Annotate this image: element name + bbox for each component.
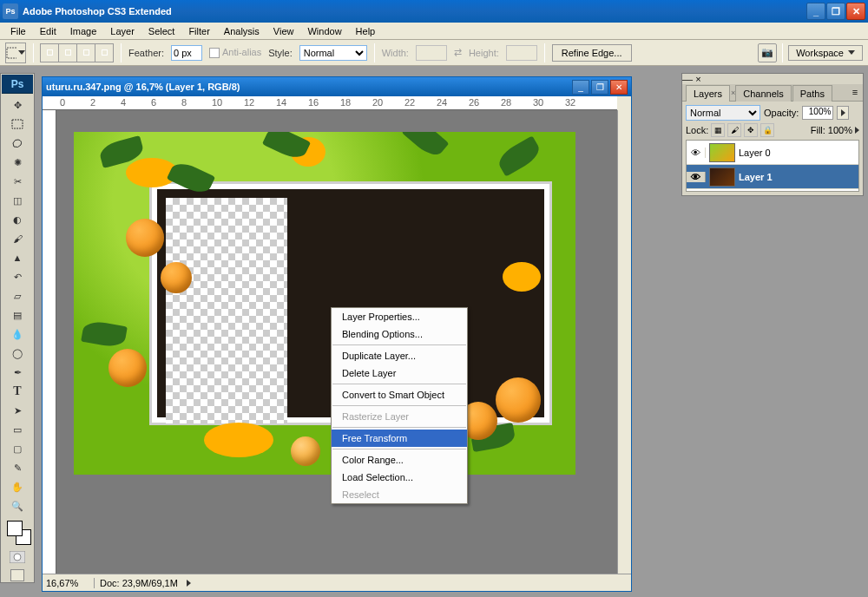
chevron-right-icon[interactable] [187, 580, 191, 587]
toolbox-header[interactable]: Ps [2, 75, 33, 94]
doc-maximize-button[interactable]: ❐ [591, 80, 608, 95]
quick-selection-tool[interactable]: ✺ [2, 153, 33, 172]
tab-channels[interactable]: Channels [735, 85, 791, 102]
visibility-toggle[interactable]: 👁 [687, 148, 706, 158]
lock-position-button[interactable]: ✥ [744, 123, 758, 137]
maximize-button[interactable]: ❐ [826, 3, 845, 20]
ctx-layer-properties[interactable]: Layer Properties... [332, 308, 467, 325]
slice-tool[interactable]: ◫ [2, 191, 33, 210]
antialias-option: Anti-alias [209, 47, 261, 58]
clone-stamp-tool[interactable]: ▲ [2, 248, 33, 267]
tab-layers[interactable]: Layers [686, 85, 730, 102]
ctx-color-range[interactable]: Color Range... [332, 451, 467, 469]
panel-menu-button[interactable]: ≡ [849, 86, 861, 98]
color-swatches[interactable] [2, 519, 33, 547]
panel-collapse-button[interactable]: –– [682, 74, 693, 84]
menu-analysis[interactable]: Analysis [217, 24, 266, 38]
selection-new-button[interactable] [40, 43, 59, 62]
hand-tool[interactable]: ✋ [2, 477, 33, 496]
menu-help[interactable]: Help [349, 24, 383, 38]
layer-name[interactable]: Layer 1 [739, 172, 858, 182]
opacity-flyout-button[interactable] [837, 106, 849, 120]
selection-subtract-button[interactable] [76, 43, 95, 62]
fill-flyout-button[interactable] [855, 125, 859, 135]
selection-intersect-button[interactable] [95, 43, 114, 62]
active-tool-icon[interactable] [5, 43, 26, 63]
blend-opacity-row: Normal Opacity: 100% [686, 105, 859, 121]
ctx-free-transform[interactable]: Free Transform [332, 430, 467, 447]
lock-image-button[interactable]: 🖌 [727, 123, 741, 137]
pen-tool[interactable]: ✒ [2, 363, 33, 382]
separator [782, 43, 783, 62]
layer-name[interactable]: Layer 0 [739, 148, 858, 158]
horizontal-ruler[interactable]: 0 2 4 6 8 10 12 14 16 18 20 22 24 26 28 … [43, 96, 617, 110]
canvas-image[interactable] [74, 132, 575, 475]
menu-window[interactable]: Window [300, 24, 348, 38]
eyedropper-tool[interactable]: ✎ [2, 458, 33, 477]
bridge-icon[interactable]: 📷 [758, 43, 777, 62]
antialias-checkbox [209, 48, 220, 58]
eraser-tool[interactable]: ▱ [2, 286, 33, 305]
dodge-tool[interactable]: ◯ [2, 344, 33, 363]
zoom-tool[interactable]: 🔍 [2, 496, 33, 515]
shape-tool[interactable]: ▭ [2, 420, 33, 439]
close-button[interactable]: ✕ [846, 3, 865, 20]
minimize-button[interactable]: _ [806, 3, 825, 20]
panel-close-button[interactable]: × [695, 74, 700, 84]
layer-thumbnail[interactable] [709, 143, 735, 162]
options-bar: Feather: Anti-alias Style: Normal Width:… [0, 40, 868, 66]
type-tool[interactable]: T [2, 382, 33, 401]
ctx-duplicate-layer[interactable]: Duplicate Layer... [332, 347, 467, 364]
path-selection-tool[interactable]: ➤ [2, 401, 33, 420]
docsize-text[interactable]: Doc: 23,9M/69,1M [95, 578, 183, 588]
ctx-blending-options[interactable]: Blending Options... [332, 325, 467, 343]
menu-layer[interactable]: Layer [103, 24, 141, 38]
feather-input[interactable] [171, 45, 202, 61]
blend-mode-select[interactable]: Normal [686, 105, 760, 121]
quick-mask-button[interactable] [2, 547, 33, 567]
ctx-load-selection[interactable]: Load Selection... [332, 469, 467, 486]
menu-file[interactable]: File [3, 24, 33, 38]
separator [544, 43, 545, 62]
visibility-toggle[interactable]: 👁 [687, 172, 706, 182]
lock-transparent-button[interactable]: ▦ [711, 123, 725, 137]
move-tool[interactable]: ✥ [2, 95, 33, 115]
marquee-tool[interactable] [2, 115, 33, 134]
menu-image[interactable]: Image [63, 24, 104, 38]
tab-paths[interactable]: Paths [792, 85, 832, 102]
menubar: File Edit Image Layer Select Filter Anal… [0, 23, 868, 40]
healing-brush-tool[interactable]: ◐ [2, 210, 33, 229]
gradient-tool[interactable]: ▤ [2, 305, 33, 325]
refine-edge-button[interactable]: Refine Edge... [552, 44, 632, 62]
notes-tool[interactable]: ▢ [2, 439, 33, 458]
history-brush-tool[interactable]: ↶ [2, 267, 33, 286]
menu-select[interactable]: Select [141, 24, 182, 38]
brush-tool[interactable]: 🖌 [2, 229, 33, 248]
layer-row[interactable]: 👁 Layer 1 [687, 165, 858, 189]
ctx-convert-smart-object[interactable]: Convert to Smart Object [332, 386, 467, 403]
workspace-button[interactable]: Workspace [788, 45, 863, 61]
style-select[interactable]: Normal [299, 45, 367, 61]
ctx-delete-layer[interactable]: Delete Layer [332, 364, 467, 382]
crop-tool[interactable]: ✂ [2, 172, 33, 191]
opacity-value[interactable]: 100% [802, 106, 833, 120]
lock-all-button[interactable]: 🔒 [760, 123, 774, 137]
blur-tool[interactable]: 💧 [2, 325, 33, 344]
document-title: uturu.ru.347.png @ 16,7% (Layer 1, RGB/8… [46, 82, 570, 92]
zoom-field[interactable]: 16,67% [43, 578, 95, 588]
menu-filter[interactable]: Filter [181, 24, 216, 38]
vertical-scrollbar[interactable] [617, 110, 631, 574]
document-titlebar[interactable]: uturu.ru.347.png @ 16,7% (Layer 1, RGB/8… [43, 77, 631, 96]
doc-minimize-button[interactable]: _ [572, 80, 589, 95]
layer-thumbnail[interactable] [709, 167, 735, 187]
menu-edit[interactable]: Edit [33, 24, 63, 38]
screen-mode-button[interactable] [10, 569, 24, 581]
doc-close-button[interactable]: ✕ [610, 80, 628, 95]
lasso-tool[interactable] [2, 134, 33, 153]
vertical-ruler[interactable] [43, 110, 56, 574]
selection-add-button[interactable] [58, 43, 77, 62]
fill-value[interactable]: 100% [828, 125, 852, 135]
layer-row[interactable]: 👁 Layer 0 [687, 141, 858, 165]
foreground-color-swatch[interactable] [7, 521, 23, 536]
menu-view[interactable]: View [266, 24, 301, 38]
